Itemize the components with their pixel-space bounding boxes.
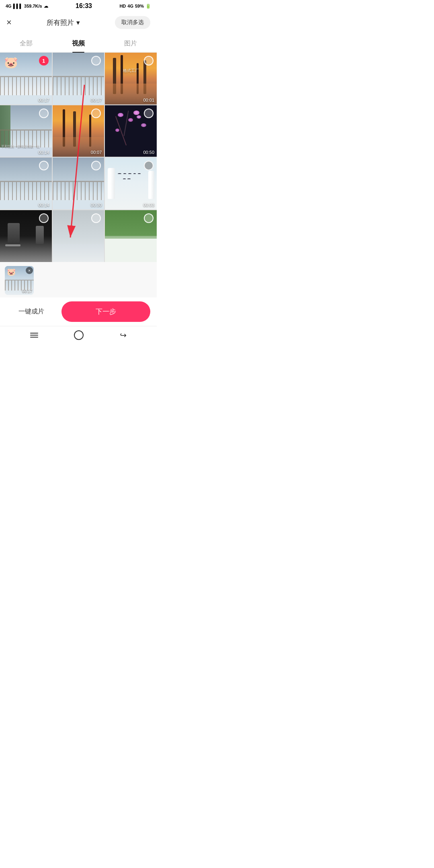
media-tabs: 全部 视频 图片 [0, 33, 157, 53]
watermark-3: 格式工厂 [123, 68, 139, 74]
selected-media-tray: 🐷 × 00:17 [0, 262, 157, 297]
select-indicator-6[interactable] [144, 108, 154, 118]
media-cell-5[interactable]: 00:07 [53, 105, 104, 157]
media-cell-9[interactable]: 00:03 [105, 158, 157, 209]
tab-photo[interactable]: 图片 [104, 36, 157, 52]
cancel-multi-select-button[interactable]: 取消多选 [115, 16, 150, 29]
select-indicator-4[interactable] [39, 108, 49, 118]
pig-sticker-1: 🐷 [4, 56, 18, 69]
home-button[interactable] [74, 330, 84, 340]
tray-duration-1: 00:17 [22, 289, 32, 293]
status-left: 4G ▌▌▌ 359.7K/s ☁ [6, 4, 48, 9]
duration-badge-8: 00:30 [91, 203, 102, 207]
next-step-button[interactable]: 下一步 [61, 301, 150, 322]
duration-badge-9: 00:03 [143, 203, 154, 207]
battery-text: 59% [135, 4, 144, 8]
duration-badge-3: 00:01 [143, 98, 154, 102]
select-indicator-1[interactable]: 1 [39, 56, 49, 66]
media-cell-12[interactable] [105, 210, 157, 262]
auto-edit-button[interactable]: 一键成片 [6, 302, 57, 321]
time-display: 16:33 [76, 2, 92, 10]
media-cell-4[interactable]: 平和恬淡一切何必情敌一止 00:14 [0, 105, 52, 157]
tray-remove-button-1[interactable]: × [26, 267, 33, 274]
top-nav: × 所有照片 ▾ 取消多选 [0, 12, 157, 33]
tray-item-1[interactable]: 🐷 × 00:17 [5, 266, 34, 295]
duration-badge-6: 00:50 [143, 150, 154, 155]
subtitle-4: 平和恬淡一切何必情敌一止 [1, 144, 43, 149]
media-grid: 🐷 1 00:17 00:17 格式工厂 [0, 53, 157, 262]
media-cell-8[interactable]: 00:30 [53, 158, 104, 209]
duration-badge-5: 00:07 [91, 150, 102, 155]
media-cell-6[interactable]: 00:50 [105, 105, 157, 157]
speed-text: 359.7K/s [24, 4, 42, 8]
duration-badge-4: 00:14 [38, 150, 49, 155]
network-icon: 4G [127, 4, 133, 8]
media-cell-2[interactable]: 00:17 [53, 53, 104, 104]
duration-badge-2: 00:17 [91, 98, 102, 102]
select-indicator-7[interactable] [39, 161, 49, 170]
media-cell-7[interactable]: 00:14 [0, 158, 52, 209]
selected-number-1: 1 [42, 58, 45, 64]
battery-icon: 🔋 [145, 4, 151, 9]
media-grid-container: 🐷 1 00:17 00:17 格式工厂 [0, 53, 157, 262]
media-cell-1[interactable]: 🐷 1 00:17 [0, 53, 52, 104]
select-indicator-10[interactable] [39, 213, 49, 223]
status-bar: 4G ▌▌▌ 359.7K/s ☁ 16:33 HD 4G 59% 🔋 [0, 0, 157, 12]
tab-all[interactable]: 全部 [0, 36, 52, 52]
media-cell-3[interactable]: 格式工厂 00:01 [105, 53, 157, 104]
back-button[interactable]: ↩ [120, 330, 127, 340]
status-right: HD 4G 59% 🔋 [119, 4, 151, 9]
select-indicator-3[interactable] [144, 56, 154, 66]
duration-badge-1: 00:17 [38, 98, 49, 102]
select-indicator-5[interactable] [91, 108, 101, 118]
home-bar: ↩ [0, 326, 157, 343]
album-title: 所有照片 [47, 18, 74, 27]
album-selector-button[interactable]: 所有照片 ▾ [47, 18, 80, 27]
signal-bars: ▌▌▌ [13, 4, 23, 8]
menu-icon[interactable] [30, 333, 38, 338]
duration-badge-7: 00:14 [38, 203, 49, 207]
signal-text: 4G [6, 4, 12, 8]
close-button[interactable]: × [6, 18, 12, 27]
action-bar: 一键成片 下一步 [0, 297, 157, 326]
tray-pig-sticker: 🐷 [7, 268, 16, 276]
hd-badge: HD [119, 4, 126, 8]
media-cell-10[interactable] [0, 210, 52, 262]
tab-video[interactable]: 视频 [52, 36, 104, 52]
media-cell-11[interactable] [53, 210, 104, 262]
chevron-down-icon: ▾ [76, 18, 80, 27]
cloud-icon: ☁ [44, 4, 48, 9]
select-indicator-12[interactable] [144, 213, 154, 223]
